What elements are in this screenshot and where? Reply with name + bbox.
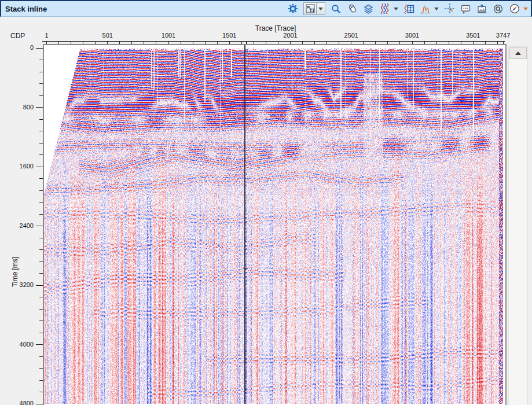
y-axis-title: Time [ms] [11,243,19,301]
y-tick-label: 1600 [7,163,34,170]
histogram-icon[interactable] [420,3,431,14]
y-tick-label: 0 [7,44,34,51]
trace-table-icon[interactable] [403,3,414,14]
y-tick-label: 4800 [7,400,34,405]
y-tick-label: 3200 [7,281,34,288]
wiggle-dropdown-icon[interactable] [394,8,398,10]
cdp-corner-label: CDP [10,32,25,40]
zoom-box-mode-button[interactable] [303,2,317,15]
chevron-down-icon [318,8,323,10]
x-tick-label: 2501 [344,32,358,39]
x-tick-label: 501 [102,32,113,39]
x-tick-label: 3747 [496,32,510,39]
x-axis-title: Trace [Trace] [255,24,296,32]
scroll-up-button[interactable] [509,47,527,59]
export-image-icon[interactable] [476,3,487,14]
wiggle-display-icon[interactable] [379,3,390,14]
zoom-mode-dropdown[interactable] [317,2,325,15]
settings-gear-icon[interactable] [287,3,298,14]
seismic-viewer-window: Stack inline [0,0,532,405]
mouse-mode-icon[interactable] [347,3,358,14]
compass-dropdown-icon[interactable] [523,8,528,10]
compass-orientation-icon[interactable] [509,3,520,14]
y-tick-label: 4000 [7,341,34,348]
plot-frame [43,44,507,405]
x-tick-label: 3501 [466,32,480,39]
magnifier-zoom-icon[interactable] [331,3,342,14]
vertical-scrollbar[interactable] [508,46,528,405]
y-tick-label: 2400 [7,222,34,229]
plot-panel: CDP Trace [Trace] Time [ms] 150110011501… [0,17,532,405]
layers-icon[interactable] [363,3,374,14]
toolbar [287,2,528,16]
pick-crosshair-icon[interactable] [444,3,455,14]
x-axis-line [42,41,505,42]
seismic-section-canvas[interactable] [44,45,503,404]
x-tick-label: 1001 [162,32,175,39]
titlebar: Stack inline [0,0,532,17]
x-tick-label: 1501 [222,32,236,39]
histogram-dropdown-icon[interactable] [434,8,439,10]
zoom-mode-button-group [303,2,325,15]
qc-circle-icon[interactable] [493,3,504,14]
up-arrow-icon [515,51,521,55]
comment-annotation-icon[interactable] [460,3,471,14]
x-tick-label: 2001 [283,32,297,39]
x-tick-label: 3001 [405,32,419,39]
window-title: Stack inline [1,5,47,13]
x-tick-label: 1 [45,32,48,39]
y-tick-label: 800 [7,104,34,111]
